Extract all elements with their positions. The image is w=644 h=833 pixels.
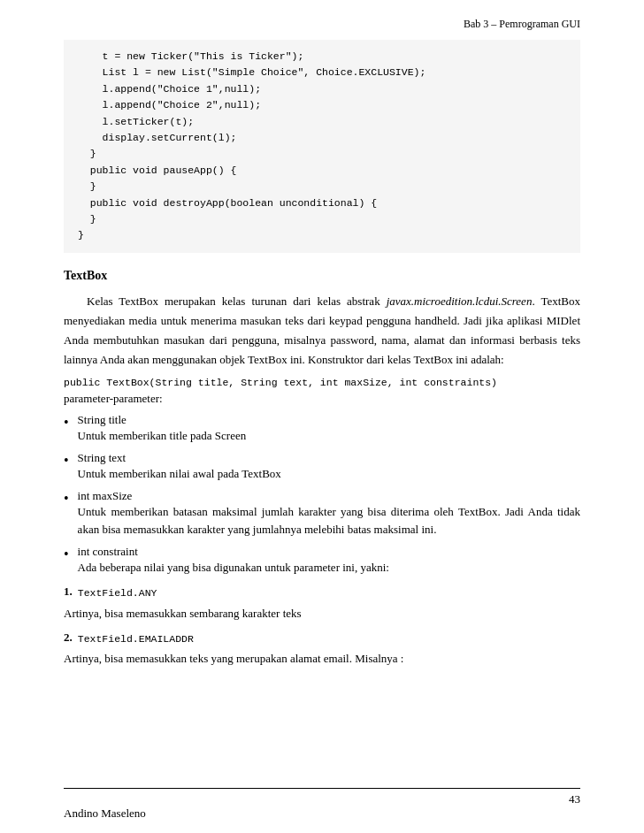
code-line-9: } — [78, 179, 566, 195]
intro-paragraph: Kelas TextBox merupakan kelas turunan da… — [64, 292, 580, 370]
num-label-2: 2. — [64, 630, 73, 645]
code-line-7: } — [78, 146, 566, 162]
code-line-1: t = new Ticker("This is Ticker"); — [78, 49, 566, 65]
numbered-item-1: 1. TextField.ANY — [64, 585, 580, 603]
param-desc-3: Ada beberapa nilai yang bisa digunakan u… — [78, 559, 389, 577]
param-title-2: int maxSize — [78, 489, 580, 503]
below-numbered-1: Artinya, bisa memasukkan sembarang karak… — [64, 605, 580, 623]
section-title: TextBox — [64, 269, 580, 283]
intro-italic: javax.microedition.lcdui.Screen — [387, 294, 533, 308]
bullet-content: String text Untuk memberikan nilai awal … — [78, 451, 281, 484]
param-title-0: String title — [78, 413, 247, 427]
code-line-10: public void destroyApp(boolean unconditi… — [78, 195, 566, 211]
param-title-1: String text — [78, 451, 281, 465]
code-line-4: l.append("Choice 2",null); — [78, 97, 566, 113]
below-numbered-2: Artinya, bisa memasukkan teks yang merup… — [64, 650, 580, 669]
list-item: • String text Untuk memberikan nilai awa… — [64, 451, 580, 484]
list-item: • int constraint Ada beberapa nilai yang… — [64, 545, 580, 577]
num-code-2: TextField.EMAILADDR — [78, 630, 194, 649]
footer-line — [64, 788, 580, 789]
code-line-6: display.setCurrent(l); — [78, 130, 566, 146]
numbered-item-2: 2. TextField.EMAILADDR — [64, 630, 580, 649]
num-code-1: TextField.ANY — [78, 585, 157, 603]
header-title: Bab 3 – Pemrograman GUI — [464, 18, 580, 30]
param-list: • String title Untuk memberikan title pa… — [64, 413, 580, 577]
param-label: parameter-parameter: — [64, 392, 580, 406]
code-line-5: l.setTicker(t); — [78, 114, 566, 130]
page-header: Bab 3 – Pemrograman GUI — [64, 18, 580, 31]
list-item: • String title Untuk memberikan title pa… — [64, 413, 580, 446]
author-name: Andino Maseleno — [64, 806, 146, 821]
intro-text1: Kelas TextBox merupakan kelas turunan da… — [87, 294, 387, 308]
code-block: t = new Ticker("This is Ticker"); List l… — [64, 40, 580, 253]
param-desc-0: Untuk memberikan title pada Screen — [78, 427, 247, 446]
bullet-dot: • — [64, 489, 69, 508]
page-number: 43 — [569, 792, 580, 806]
param-desc-2: Untuk memberikan batasan maksimal jumlah… — [78, 503, 580, 540]
param-title-3: int constraint — [78, 545, 389, 559]
num-label-1: 1. — [64, 585, 73, 599]
bullet-content: String title Untuk memberikan title pada… — [78, 413, 247, 446]
bullet-content: int constraint Ada beberapa nilai yang b… — [78, 545, 389, 577]
page: Bab 3 – Pemrograman GUI t = new Ticker("… — [0, 0, 644, 833]
code-line-3: l.append("Choice 1",null); — [78, 81, 566, 97]
list-item: • int maxSize Untuk memberikan batasan m… — [64, 489, 580, 540]
code-line-12: } — [78, 227, 566, 243]
code-line-2: List l = new List("Simple Choice", Choic… — [78, 65, 566, 80]
param-desc-1: Untuk memberikan nilai awal pada TextBox — [78, 465, 281, 484]
code-line-8: public void pauseApp() { — [78, 163, 566, 179]
bullet-dot: • — [64, 545, 69, 564]
bullet-dot: • — [64, 413, 69, 432]
bullet-content: int maxSize Untuk memberikan batasan mak… — [78, 489, 580, 540]
bullet-dot: • — [64, 451, 69, 470]
code-line-11: } — [78, 211, 566, 227]
constructor-code: public TextBox(String title, String text… — [64, 377, 580, 388]
